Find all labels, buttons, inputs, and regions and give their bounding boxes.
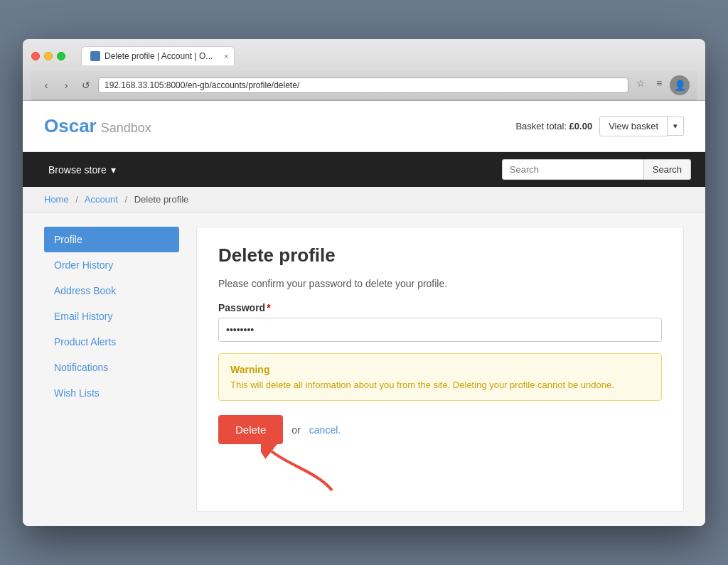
sidebar-item-notifications[interactable]: Notifications: [44, 355, 179, 380]
view-basket-button[interactable]: View basket: [599, 116, 668, 136]
maximize-window-btn[interactable]: [57, 52, 65, 60]
browse-store-label: Browse store: [48, 164, 107, 176]
toolbar-actions: ☆ ≡ 👤: [633, 75, 690, 95]
basket-dropdown-btn[interactable]: ▾: [668, 117, 684, 136]
page-title: Delete profile: [218, 244, 662, 267]
breadcrumb: Home / Account / Delete profile: [23, 187, 705, 212]
sidebar-item-wish-lists[interactable]: Wish Lists: [44, 380, 179, 406]
basket-area: Basket total: £0.00 View basket ▾: [515, 116, 684, 136]
browser-tabs: Delete profile | Account | O... ×: [81, 46, 235, 65]
logo-area: Oscar Sandbox: [44, 115, 151, 137]
close-window-btn[interactable]: [31, 52, 40, 60]
breadcrumb-sep-2: /: [124, 194, 127, 205]
warning-text: This will delete all information about y…: [230, 380, 650, 390]
active-tab[interactable]: Delete profile | Account | O... ×: [81, 46, 235, 65]
search-input[interactable]: [502, 159, 644, 180]
page-content: Oscar Sandbox Basket total: £0.00 View b…: [23, 101, 705, 526]
arrow-icon: [261, 437, 346, 494]
logo-sub: Sandbox: [101, 121, 151, 136]
tab-favicon: [90, 51, 100, 61]
back-btn[interactable]: ‹: [38, 77, 54, 93]
arrow-annotation: [218, 437, 662, 494]
form-description: Please confirm your password to delete y…: [218, 278, 662, 289]
browser-toolbar: ‹ › ↺ 192.168.33.105:8000/en-gb/accounts…: [31, 71, 697, 100]
basket-total: Basket total: £0.00: [515, 121, 592, 131]
tab-title: Delete profile | Account | O...: [105, 51, 213, 61]
breadcrumb-home[interactable]: Home: [44, 194, 69, 205]
breadcrumb-account[interactable]: Account: [85, 194, 118, 205]
site-nav: Browse store ▾ Search: [23, 152, 705, 187]
warning-box: Warning This will delete all information…: [218, 353, 662, 401]
sidebar-item-product-alerts[interactable]: Product Alerts: [44, 329, 179, 355]
sidebar-item-order-history[interactable]: Order History: [44, 252, 179, 278]
browser-titlebar: Delete profile | Account | O... × ‹ › ↺ …: [23, 39, 705, 101]
browser-window: Delete profile | Account | O... × ‹ › ↺ …: [23, 39, 705, 526]
address-text: 192.168.33.105:8000/en-gb/accounts/profi…: [105, 80, 299, 90]
browser-controls: Delete profile | Account | O... ×: [31, 46, 697, 65]
password-group: Password*: [218, 302, 662, 342]
forward-btn[interactable]: ›: [58, 77, 74, 93]
sidebar: Profile Order History Address Book Email…: [44, 227, 179, 512]
browse-store-arrow: ▾: [111, 164, 116, 176]
sidebar-item-email-history[interactable]: Email History: [44, 303, 179, 329]
password-label-text: Password: [218, 302, 265, 313]
browse-store-btn[interactable]: Browse store ▾: [37, 154, 127, 185]
logo-brand: Oscar: [44, 115, 97, 137]
search-button[interactable]: Search: [644, 159, 691, 180]
minimize-window-btn[interactable]: [44, 52, 53, 60]
tab-close-btn[interactable]: ×: [224, 52, 228, 60]
cancel-link[interactable]: cancel.: [309, 424, 341, 436]
sidebar-item-address-book[interactable]: Address Book: [44, 278, 179, 303]
address-bar[interactable]: 192.168.33.105:8000/en-gb/accounts/profi…: [98, 77, 628, 93]
main-layout: Profile Order History Address Book Email…: [23, 212, 705, 526]
menu-icon[interactable]: ≡: [651, 75, 667, 91]
refresh-btn[interactable]: ↺: [78, 77, 94, 93]
breadcrumb-current: Delete profile: [134, 194, 189, 205]
basket-label: Basket total:: [515, 121, 567, 131]
star-icon[interactable]: ☆: [633, 75, 648, 91]
search-area: Search: [502, 152, 691, 187]
main-content: Delete profile Please confirm your passw…: [196, 227, 684, 512]
site-header: Oscar Sandbox Basket total: £0.00 View b…: [23, 101, 705, 152]
user-avatar[interactable]: 👤: [670, 75, 690, 95]
or-text: or: [291, 424, 300, 436]
sidebar-item-profile[interactable]: Profile: [44, 227, 179, 252]
password-label: Password*: [218, 302, 662, 313]
required-star: *: [267, 302, 270, 313]
password-input[interactable]: [218, 318, 662, 342]
warning-title: Warning: [230, 364, 650, 375]
basket-amount: £0.00: [569, 121, 593, 131]
breadcrumb-sep-1: /: [75, 194, 78, 205]
